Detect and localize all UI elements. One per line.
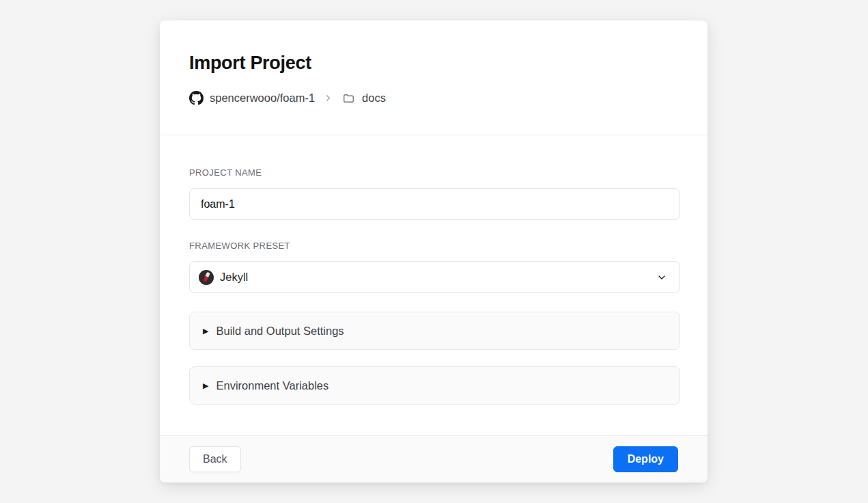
project-name-label: PROJECT NAME (189, 167, 678, 178)
framework-preset-select[interactable]: Jekyll (189, 261, 680, 293)
dialog-header: Import Project spencerwooo/foam-1 docs (160, 21, 708, 135)
breadcrumb: spencerwooo/foam-1 docs (189, 91, 678, 105)
accordion-label: Environment Variables (216, 379, 328, 392)
dialog-body: PROJECT NAME FRAMEWORK PRESET Jekyll ▶ B… (160, 135, 708, 435)
jekyll-logo-icon (199, 270, 214, 285)
triangle-right-icon: ▶ (203, 327, 208, 335)
breadcrumb-folder[interactable]: docs (362, 92, 386, 105)
triangle-right-icon: ▶ (203, 382, 208, 390)
chevron-down-icon (656, 272, 667, 283)
folder-icon (341, 92, 356, 105)
build-output-settings-accordion[interactable]: ▶ Build and Output Settings (189, 312, 680, 350)
accordion-label: Build and Output Settings (216, 325, 344, 338)
page-title: Import Project (189, 53, 678, 74)
project-name-input[interactable] (189, 188, 680, 220)
dialog-footer: Back Deploy (160, 435, 708, 482)
chevron-right-icon (323, 93, 333, 103)
github-icon (189, 91, 204, 105)
framework-preset-label: FRAMEWORK PRESET (189, 241, 678, 251)
breadcrumb-repo[interactable]: spencerwooo/foam-1 (210, 92, 315, 105)
framework-selected-value: Jekyll (220, 271, 656, 284)
import-project-dialog: Import Project spencerwooo/foam-1 docs (160, 21, 708, 482)
deploy-button[interactable]: Deploy (613, 446, 678, 472)
back-button[interactable]: Back (189, 446, 241, 472)
environment-variables-accordion[interactable]: ▶ Environment Variables (189, 366, 680, 405)
